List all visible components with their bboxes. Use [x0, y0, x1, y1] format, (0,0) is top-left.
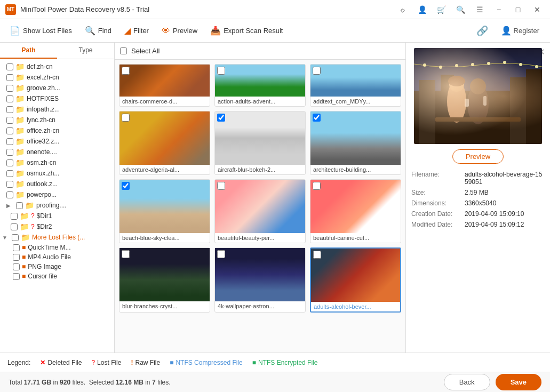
tree-checkbox-quicktime[interactable]	[13, 244, 20, 251]
grid-checkbox[interactable]	[217, 250, 225, 258]
tree-item-outlook[interactable]: 📁 outlook.z...	[0, 179, 114, 189]
tree-checkbox-mp4[interactable]	[13, 254, 20, 261]
grid-item-addtext-top[interactable]: addtext_com_MDYy...	[310, 64, 401, 107]
grid-checkbox[interactable]	[122, 114, 130, 122]
grid-checkbox[interactable]	[217, 182, 225, 190]
tree-item-office32[interactable]: 📁 office32.z...	[0, 136, 114, 147]
find-button[interactable]: 🔍 Find	[79, 23, 117, 38]
preview-toolbar-button[interactable]: 👁 Preview	[156, 23, 203, 38]
tree-item-osm[interactable]: 📁 osm.zh-cn	[0, 157, 114, 168]
register-button[interactable]: 👤 Register	[495, 23, 546, 38]
menu-icon[interactable]: ☰	[472, 2, 487, 17]
tree-item-hotfixes[interactable]: 📁 HOTFIXES	[0, 93, 114, 104]
tree-item-proofing[interactable]: ▶ 📁 proofing....	[0, 200, 114, 211]
find-icon: 🔍	[85, 26, 95, 36]
grid-item-chairs-top[interactable]: chairs-commerce-d...	[119, 64, 210, 107]
tree-checkbox-more-lost[interactable]	[12, 234, 19, 241]
tree-item-quicktime[interactable]: ■ QuickTime M...	[0, 243, 114, 252]
grid-item-architecture[interactable]: architecture-building...	[310, 111, 401, 175]
tree-item-more-lost[interactable]: ▼ 📁 More Lost Files (...	[0, 232, 114, 243]
center-panel: Select All chairs-commerce-d... action-a…	[115, 43, 406, 353]
tree-item-dcf[interactable]: 📁 dcf.zh-cn	[0, 61, 114, 72]
grid-checkbox[interactable]	[217, 114, 225, 122]
tree-checkbox-infopath[interactable]	[6, 106, 13, 113]
thumbnail	[310, 180, 401, 233]
tree-item-infopath[interactable]: 📁 infopath.z...	[0, 104, 114, 115]
search-zoom-icon[interactable]: 🔍	[453, 2, 468, 17]
clock-icon[interactable]: ☼	[395, 2, 410, 17]
grid-checkbox[interactable]	[313, 114, 321, 122]
tree-item-groove[interactable]: 📁 groove.zh...	[0, 83, 114, 93]
tree-checkbox-dir2[interactable]	[11, 223, 18, 230]
export-scan-result-button[interactable]: 📥 Export Scan Result	[205, 23, 288, 38]
grid-checkbox[interactable]	[313, 67, 321, 75]
preview-button[interactable]: Preview	[452, 149, 504, 164]
tree-checkbox-office[interactable]	[6, 127, 13, 134]
tab-path[interactable]: Path	[0, 43, 57, 59]
grid-checkbox[interactable]	[217, 67, 225, 75]
tree-item-onenote[interactable]: 📁 onenote....	[0, 147, 114, 157]
share-button[interactable]: 🔗	[474, 23, 490, 39]
ntfs-compressed-icon: ■	[170, 359, 173, 366]
grid-item-blur[interactable]: blur-branches-cryst...	[119, 247, 210, 313]
minimize-icon[interactable]: −	[491, 2, 506, 17]
svg-rect-4	[510, 77, 531, 144]
tree-checkbox-office32[interactable]	[6, 138, 13, 145]
preview-icon: 👁	[162, 26, 170, 36]
tree-item-lync[interactable]: 📁 lync.zh-cn	[0, 115, 114, 125]
tree-checkbox-osm[interactable]	[6, 159, 13, 166]
tree-checkbox-dcf[interactable]	[6, 63, 13, 70]
tree-checkbox-groove[interactable]	[6, 85, 13, 92]
register-icon: 👤	[501, 26, 512, 36]
select-all-checkbox[interactable]	[120, 47, 127, 54]
tree-item-powerpoint[interactable]: 📁 powerpo...	[0, 189, 114, 200]
thumbnail	[119, 180, 210, 233]
filter-icon: ◢	[124, 26, 131, 36]
tree-checkbox-png[interactable]	[13, 263, 20, 270]
grid-item-4k[interactable]: 4k-wallpaper-astron...	[214, 247, 306, 313]
tree-checkbox-lync[interactable]	[6, 117, 13, 124]
close-icon[interactable]: ✕	[530, 2, 545, 17]
person-icon[interactable]: 👤	[415, 2, 429, 17]
tree-checkbox-outlook[interactable]	[6, 181, 13, 188]
tree-checkbox-osmux[interactable]	[6, 170, 13, 177]
tree-item-dir2[interactable]: 📁 ? $Dir2	[0, 221, 114, 232]
back-button[interactable]: Back	[444, 374, 490, 390]
grid-item-beach[interactable]: beach-blue-sky-clea...	[119, 179, 210, 243]
tree-item-dir1[interactable]: 📁 ? $Dir1	[0, 211, 114, 221]
tree-item-cursor[interactable]: ■ Cursor file	[0, 271, 114, 281]
tree-item-mp4[interactable]: ■ MP4 Audio File	[0, 252, 114, 262]
tree-checkbox-excel[interactable]	[6, 74, 13, 81]
grid-checkbox[interactable]	[313, 182, 321, 190]
tree-item-excel[interactable]: 📁 excel.zh-cn	[0, 72, 114, 83]
show-lost-files-button[interactable]: 📄 Show Lost Files	[4, 23, 77, 38]
grid-item-beautiful[interactable]: beautiful-beauty-per...	[214, 179, 306, 243]
titlebar-controls: ☼ 👤 🛒 🔍 ☰ − □ ✕	[395, 2, 545, 17]
tree-item-office[interactable]: 📁 office.zh-cn	[0, 125, 114, 136]
maximize-icon[interactable]: □	[511, 2, 525, 17]
raw-file-icon: ■	[22, 263, 26, 270]
tree-checkbox-cursor[interactable]	[13, 273, 20, 280]
grid-item-action-top[interactable]: action-adults-advent...	[214, 64, 306, 107]
grid-item-adults[interactable]: adults-alcohol-bever...	[310, 247, 401, 313]
tree-item-osmux[interactable]: 📁 osmux.zh...	[0, 168, 114, 179]
grid-item-adventure[interactable]: adventure-algeria-al...	[119, 111, 210, 175]
tree-checkbox-proofing[interactable]	[16, 202, 23, 209]
tree-checkbox-hotfixes[interactable]	[6, 95, 13, 102]
grid-checkbox[interactable]	[122, 250, 130, 258]
grid-item-aircraft[interactable]: aircraft-blur-bokeh-2...	[214, 111, 306, 175]
tab-type[interactable]: Type	[57, 43, 114, 59]
grid-scroll[interactable]: chairs-commerce-d... action-adults-adven…	[115, 60, 405, 353]
tree-checkbox-onenote[interactable]	[6, 149, 13, 156]
tree-item-png[interactable]: ■ PNG Image	[0, 262, 114, 271]
filter-button[interactable]: ◢ Filter	[119, 23, 154, 38]
grid-item-canine[interactable]: beautiful-canine-cut...	[310, 179, 401, 243]
tree-checkbox-powerpoint[interactable]	[6, 191, 13, 198]
grid-checkbox[interactable]	[122, 67, 130, 75]
cart-icon[interactable]: 🛒	[434, 2, 449, 17]
lost-file-icon: ?	[31, 212, 35, 220]
grid-checkbox[interactable]	[122, 182, 130, 190]
grid-checkbox[interactable]	[313, 251, 321, 259]
save-button[interactable]: Save	[496, 374, 541, 390]
tree-checkbox-dir1[interactable]	[11, 213, 18, 220]
